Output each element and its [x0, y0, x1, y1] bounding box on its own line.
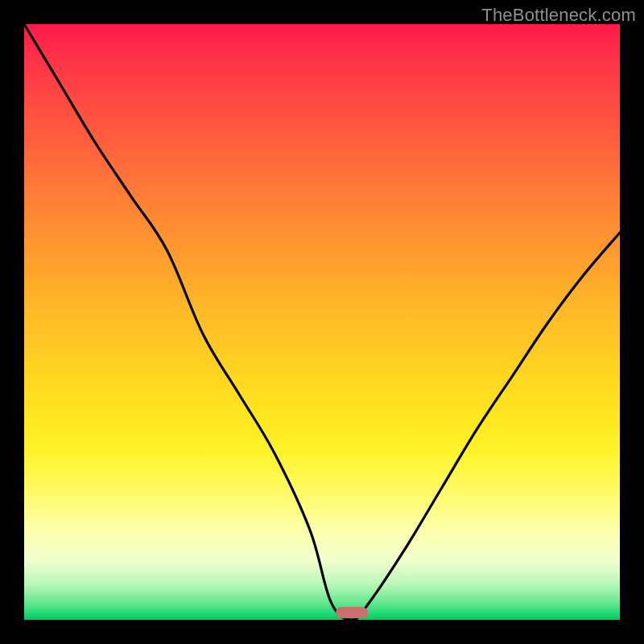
watermark-text: TheBottleneck.com — [481, 5, 636, 26]
minimum-marker — [336, 607, 368, 618]
bottleneck-curve — [24, 24, 620, 620]
chart-frame: TheBottleneck.com — [0, 0, 644, 644]
plot-area — [24, 24, 620, 620]
